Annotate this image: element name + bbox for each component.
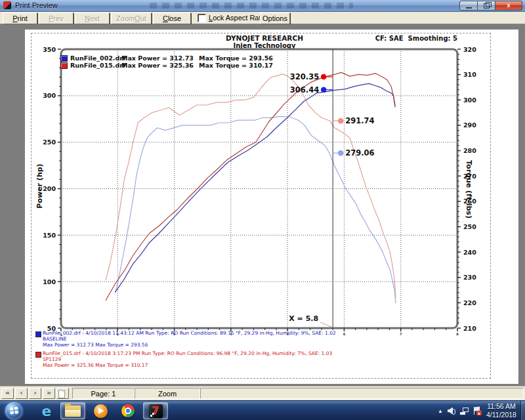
series-runfile_002-power <box>116 83 395 291</box>
zoom-out-button[interactable]: Zoom Out <box>111 12 152 24</box>
prev-page-button[interactable]: ‹ <box>15 388 28 399</box>
legend-row: RunFile_002.drf Max Power = 312.73 Max T… <box>60 54 273 62</box>
desktop: Print Preview x Print Prev Next Zoom Out… <box>0 0 525 420</box>
titlebar[interactable]: Print Preview x <box>0 0 525 12</box>
minimize-button[interactable] <box>459 1 478 10</box>
next-page-button[interactable]: › <box>29 388 41 399</box>
power-tick-label: 150 <box>43 232 56 239</box>
power-axis-title: Power (hp) <box>35 154 44 219</box>
page-setup-button[interactable] <box>56 388 69 399</box>
cursor-marker-value: 306.44 <box>290 85 319 94</box>
page-indicator: Page: 1 <box>72 388 135 399</box>
volume-icon[interactable] <box>448 408 455 415</box>
lock-aspect-ratio-checkbox[interactable] <box>198 14 206 22</box>
torque-tick-label: 300 <box>463 96 476 104</box>
legend-file: RunFile_015.drf <box>70 62 121 69</box>
run1-line2: BASELINE <box>43 336 336 342</box>
status-spacer <box>200 388 524 399</box>
cursor-marker-value: 291.74 <box>345 116 374 125</box>
torque-axis-title: Torque (ft-lbs) <box>465 154 473 226</box>
legend-max-torque: Max Torque = 293.56 <box>199 54 273 62</box>
next-button[interactable]: Next <box>75 12 110 24</box>
chart-legend: RunFile_002.drf Max Power = 312.73 Max T… <box>60 54 273 69</box>
legend-swatch-run1 <box>60 55 68 62</box>
cursor-marker-value: 320.35 <box>290 72 319 81</box>
prev-button[interactable]: Prev <box>39 12 74 24</box>
close-window-button[interactable]: x <box>495 1 522 10</box>
restore-button[interactable] <box>478 1 495 10</box>
last-page-button[interactable]: » <box>43 388 55 399</box>
power-tick-label: 100 <box>43 278 56 285</box>
close-button[interactable]: Close <box>153 12 191 24</box>
app-icon <box>3 1 11 9</box>
torque-tick-label: 230 <box>463 274 476 281</box>
cursor-marker-dot <box>338 118 344 124</box>
lock-aspect-ratio-label: Lock Aspect Ratio <box>209 14 266 22</box>
torque-tick-label: 240 <box>463 249 476 256</box>
taskbar-internet-explorer-button[interactable]: e <box>34 402 59 419</box>
window-title: Print Preview <box>15 1 58 9</box>
power-tick-label: 200 <box>43 185 56 192</box>
torque-tick-label: 310 <box>463 71 476 78</box>
torque-tick-label: 320 <box>463 46 476 53</box>
toolbar: Print Prev Next Zoom Out Close Lock Aspe… <box>0 12 525 24</box>
x-tick-label: 8 <box>456 332 459 336</box>
titlebar-ghost-text <box>150 3 353 9</box>
print-preview-area: DYNOJET RESEARCH Injen Technology CF: SA… <box>0 24 525 386</box>
run2-line2: SP1129 <box>43 356 332 362</box>
clock-time: 11:56 AM <box>483 402 520 411</box>
x-tick-label: 7 <box>400 332 402 336</box>
run1-line3: Max Power = 312.73 Max Torque = 293.56 <box>43 342 336 348</box>
legend-max-torque: Max Torque = 310.17 <box>199 62 273 69</box>
winpep-icon: 7 <box>149 404 163 418</box>
torque-tick-label: 220 <box>463 299 476 306</box>
taskbar-media-player-button[interactable] <box>88 402 113 419</box>
folder-icon <box>65 406 81 417</box>
zoom-indicator: Zoom <box>135 388 200 399</box>
series-runfile_015-torque <box>106 74 396 298</box>
tray-expand-icon[interactable]: ▲ <box>438 408 443 414</box>
torque-tick-label: 290 <box>463 121 476 129</box>
print-button[interactable]: Print <box>3 12 37 24</box>
start-button[interactable] <box>5 402 22 419</box>
run2-line3: Max Power = 325.36 Max Torque = 310.17 <box>43 362 332 368</box>
legend-max-power: Max Power = 325.36 <box>121 62 199 69</box>
legend-swatch-run2 <box>60 62 68 69</box>
taskbar-chrome-button[interactable] <box>116 402 140 419</box>
taskbar-explorer-button[interactable] <box>60 402 85 419</box>
taskbar: e 7 ▲ x 11:56 AM 4/11/2018 <box>0 400 525 420</box>
taskbar-clock[interactable]: 11:56 AM 4/11/2018 <box>483 402 520 419</box>
power-tick-label: 350 <box>43 46 56 53</box>
legend-file: RunFile_002.drf <box>70 54 121 62</box>
cursor-marker-value: 279.06 <box>345 148 374 158</box>
window-controls: x <box>459 1 522 10</box>
x-tick-label: 6 <box>343 332 346 336</box>
power-tick-label: 250 <box>43 138 56 146</box>
statusbar: « ‹ › » Page: 1 Zoom <box>0 386 525 401</box>
options-button[interactable]: Options <box>260 12 290 24</box>
media-player-icon <box>94 404 108 418</box>
first-page-button[interactable]: « <box>1 388 14 399</box>
torque-tick-label: 210 <box>463 325 476 332</box>
internet-explorer-icon: e <box>42 403 52 419</box>
action-center-alert-badge: x <box>476 410 482 415</box>
cursor-marker-dot <box>338 150 344 156</box>
preview-page: DYNOJET RESEARCH Injen Technology CF: SA… <box>25 30 518 384</box>
action-center-flag-icon[interactable]: x <box>473 407 482 415</box>
power-tick-label: 300 <box>43 92 56 99</box>
taskbar-winpep-button[interactable]: 7 <box>143 402 168 419</box>
cursor-marker-dot <box>321 87 327 93</box>
cursor-marker-dot <box>321 74 327 80</box>
legend-row: RunFile_015.drf Max Power = 325.36 Max T… <box>60 62 273 69</box>
clock-date: 4/11/2018 <box>483 411 520 419</box>
legend-max-power: Max Power = 312.73 <box>121 54 199 62</box>
page-icon <box>58 390 65 398</box>
run1-line1: RunFile_002.drf - 4/10/2018 11:43:12 AM … <box>43 330 336 336</box>
run-details-2: RunFile_015.drf - 4/10/2018 3:17:23 PM R… <box>35 350 332 368</box>
network-icon[interactable] <box>460 408 469 415</box>
run2-line1: RunFile_015.drf - 4/10/2018 3:17:23 PM R… <box>43 350 332 356</box>
run2-swatch <box>35 352 41 358</box>
run-details-1: RunFile_002.drf - 4/10/2018 11:43:12 AM … <box>35 330 336 348</box>
show-desktop-button[interactable] <box>520 401 525 420</box>
windows-logo-icon <box>9 406 18 415</box>
